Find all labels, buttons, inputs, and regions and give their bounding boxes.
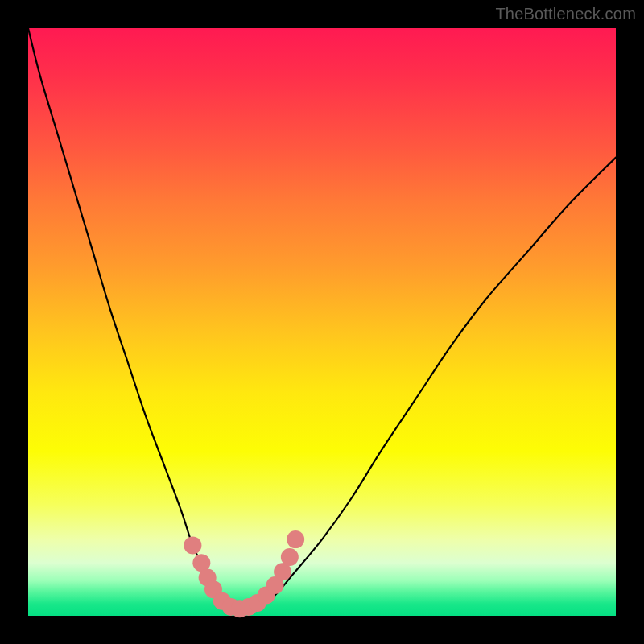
bottleneck-curve	[28, 28, 616, 610]
highlight-markers	[184, 530, 304, 617]
watermark-text: TheBottleneck.com	[495, 5, 636, 23]
marker-point	[184, 536, 201, 554]
plot-area	[28, 28, 616, 616]
chart-frame: TheBottleneck.com	[0, 0, 644, 644]
marker-point	[287, 530, 304, 548]
marker-point	[281, 548, 299, 566]
chart-svg	[28, 28, 616, 616]
